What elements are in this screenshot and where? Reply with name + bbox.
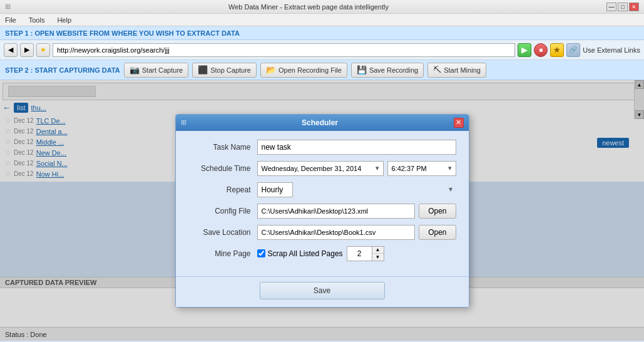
camera-icon: 📷	[130, 65, 140, 75]
config-file-input-row: Open	[257, 204, 456, 219]
mine-page-label: Mine Page	[188, 249, 251, 258]
file-menu[interactable]: File	[3, 15, 19, 25]
date-picker[interactable]: Wednesday, December 31, 2014 ▾	[257, 161, 384, 176]
mine-page-controls: Scrap All Listed Pages ▲ ▼	[257, 246, 456, 261]
step1-bar: STEP 1 : OPEN WEBSITE FROM WHERE YOU WIS…	[0, 26, 644, 40]
favorites-button[interactable]: ★	[550, 43, 564, 57]
save-location-label: Save Location	[188, 228, 251, 237]
time-value: 6:42:37 PM	[392, 165, 427, 172]
minimize-button[interactable]: —	[606, 3, 616, 11]
schedule-time-label: Schedule Time	[188, 164, 251, 173]
start-capture-button[interactable]: 📷 Start Capture	[124, 63, 188, 78]
external-links-label: Use External Links	[583, 46, 640, 54]
repeat-dropdown-wrapper: Hourly Daily Weekly Monthly	[257, 182, 456, 197]
schedule-time-row: Schedule Time Wednesday, December 31, 20…	[188, 161, 456, 176]
time-picker[interactable]: 6:42:37 PM ▾	[387, 161, 456, 176]
url-input[interactable]	[53, 43, 515, 57]
save-location-input[interactable]	[257, 225, 416, 240]
modal-overlay: ⊞ Scheduler ✕ Task Name Schedule Time We…	[0, 80, 644, 341]
step2-label: STEP 2 : START CAPTURING DATA	[5, 66, 120, 74]
dialog-close-button[interactable]: ✕	[454, 118, 464, 128]
config-file-row: Config File Open	[188, 204, 456, 219]
dialog-footer: Save	[176, 276, 469, 307]
scrap-all-checkbox[interactable]	[257, 249, 265, 257]
save-location-input-row: Open	[257, 225, 456, 240]
dialog-title: Scheduler	[302, 118, 338, 127]
step1-label: STEP 1 : OPEN WEBSITE FROM WHERE YOU WIS…	[5, 29, 240, 37]
close-button[interactable]: ✕	[629, 3, 639, 11]
step2-bar: STEP 2 : START CAPTURING DATA 📷 Start Ca…	[0, 60, 644, 80]
help-menu[interactable]: Help	[54, 15, 74, 25]
external-links-icon[interactable]: 🔗	[566, 43, 580, 57]
bookmark-button[interactable]: ★	[36, 43, 50, 57]
config-file-input[interactable]	[257, 204, 416, 219]
page-count-spinner[interactable]: ▲ ▼	[347, 246, 384, 261]
maximize-button[interactable]: □	[618, 3, 628, 11]
spin-arrows: ▲ ▼	[372, 247, 384, 261]
open-recording-button[interactable]: 📂 Open Recording File	[260, 63, 347, 78]
save-location-row: Save Location Open	[188, 225, 456, 240]
repeat-label: Repeat	[188, 185, 251, 194]
dialog-title-bar: ⊞ Scheduler ✕	[176, 115, 469, 131]
task-name-label: Task Name	[188, 143, 251, 152]
go-button[interactable]: ▶	[518, 43, 531, 57]
repeat-row: Repeat Hourly Daily Weekly Monthly	[188, 182, 456, 197]
save-location-open-button[interactable]: Open	[419, 225, 456, 240]
window-title: Web Data Miner - Extract web page data i…	[11, 3, 606, 11]
mining-icon: ⛏	[433, 65, 441, 75]
repeat-select[interactable]: Hourly Daily Weekly Monthly	[257, 182, 293, 197]
config-open-button[interactable]: Open	[419, 204, 456, 219]
spin-up-button[interactable]: ▲	[372, 247, 384, 254]
back-button[interactable]: ◀	[4, 43, 18, 57]
title-bar: ⊞ Web Data Miner - Extract web page data…	[0, 0, 644, 14]
url-bar: ◀ ▶ ★ ▶ ■ ★ 🔗 Use External Links	[0, 40, 644, 60]
start-mining-button[interactable]: ⛏ Start Mining	[427, 63, 486, 78]
save-button[interactable]: Save	[260, 282, 385, 299]
folder-icon: 📂	[266, 65, 276, 75]
time-dropdown-icon[interactable]: ▾	[448, 164, 452, 172]
page-count-input[interactable]	[347, 247, 372, 261]
scheduler-dialog: ⊞ Scheduler ✕ Task Name Schedule Time We…	[175, 114, 469, 308]
tools-menu[interactable]: Tools	[26, 15, 48, 25]
menu-bar: File Tools Help	[0, 14, 644, 26]
date-value: Wednesday, December 31, 2014	[262, 165, 362, 172]
spin-down-button[interactable]: ▼	[372, 254, 384, 261]
mine-page-row: Mine Page Scrap All Listed Pages ▲ ▼	[188, 246, 456, 261]
forward-button[interactable]: ▶	[20, 43, 34, 57]
scrap-all-label[interactable]: Scrap All Listed Pages	[257, 249, 343, 258]
config-file-label: Config File	[188, 207, 251, 215]
stop-button[interactable]: ■	[534, 43, 548, 57]
dialog-body: Task Name Schedule Time Wednesday, Decem…	[176, 131, 469, 276]
save-recording-button[interactable]: 💾 Save Recording	[351, 63, 424, 78]
task-name-row: Task Name	[188, 140, 456, 155]
date-dropdown-icon[interactable]: ▾	[376, 164, 379, 172]
stop-capture-button[interactable]: ⬛ Stop Capture	[192, 63, 257, 78]
stop-icon: ⬛	[198, 65, 208, 75]
window-controls: — □ ✕	[606, 3, 639, 11]
save-icon: 💾	[357, 65, 367, 75]
main-area: ← list thu... newest ☆ Dec 12 TLC De... …	[0, 80, 644, 341]
task-name-input[interactable]	[257, 140, 456, 155]
